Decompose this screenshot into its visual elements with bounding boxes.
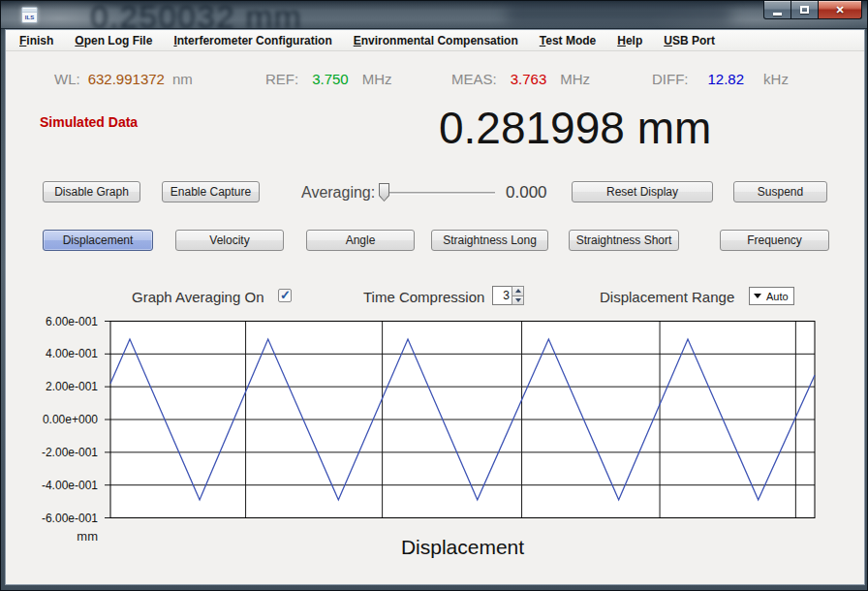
meas-value: 3.763 <box>511 71 547 87</box>
displacement-range-label: Displacement Range <box>600 289 734 305</box>
minimize-icon <box>773 13 782 16</box>
app-icon[interactable]: ILS <box>21 7 38 23</box>
close-button[interactable]: ✕ <box>818 1 862 19</box>
window-controls: ✕ <box>763 1 862 19</box>
suspend-button[interactable]: Suspend <box>733 181 827 202</box>
tab-straightness-long[interactable]: Straightness Long <box>431 230 548 251</box>
reset-display-button[interactable]: Reset Display <box>572 181 713 202</box>
menu-environmental-compensation[interactable]: Environmental Compensation <box>348 32 524 49</box>
tab-frequency[interactable]: Frequency <box>720 230 829 251</box>
time-compression-label: Time Compression <box>363 289 484 305</box>
tab-velocity[interactable]: Velocity <box>175 230 284 251</box>
time-compression-spin-buttons <box>512 286 524 305</box>
meas-unit: MHz <box>560 71 590 87</box>
menu-test-mode[interactable]: Test Mode <box>534 32 602 49</box>
diff-readout: DIFF:12.82kHz <box>652 71 789 87</box>
app-icon-decoration <box>22 9 37 13</box>
tab-displacement[interactable]: Displacement <box>43 230 153 251</box>
displacement-range-dropdown[interactable]: Auto <box>749 287 794 305</box>
spin-up-button[interactable] <box>512 286 524 296</box>
title-bar[interactable]: 0.250032 mm ILS ✕ <box>1 1 868 29</box>
close-icon: ✕ <box>835 4 844 16</box>
app-icon-label: ILS <box>22 15 37 22</box>
graph-averaging-label: Graph Averaging On <box>132 289 264 305</box>
time-compression-value[interactable]: 3 <box>492 286 512 305</box>
arrow-down-icon <box>515 298 521 302</box>
app-window: 0.250032 mm ILS ✕ Finish Open Log File I… <box>0 0 868 591</box>
diff-value: 12.82 <box>708 71 745 87</box>
diff-label: DIFF: <box>652 71 689 87</box>
ref-label: REF: <box>265 71 298 87</box>
averaging-slider-thumb-face <box>380 184 388 201</box>
enable-capture-button[interactable]: Enable Capture <box>162 181 260 202</box>
displacement-chart <box>103 321 817 518</box>
diff-unit: kHz <box>763 71 789 87</box>
spin-down-button[interactable] <box>512 296 524 306</box>
time-compression-spinner: 3 <box>492 286 524 305</box>
simulated-data-label: Simulated Data <box>40 114 138 130</box>
maximize-button[interactable] <box>791 1 818 19</box>
ref-unit: MHz <box>362 71 392 87</box>
averaging-value: 0.000 <box>506 183 547 202</box>
averaging-slider-track[interactable] <box>387 192 495 195</box>
ref-readout: REF:3.750MHz <box>265 71 392 87</box>
meas-label: MEAS: <box>451 71 497 87</box>
arrow-up-icon <box>515 289 521 293</box>
disable-graph-button[interactable]: Disable Graph <box>43 181 140 202</box>
averaging-label: Averaging: <box>301 184 375 202</box>
wavelength-value: 632.991372 <box>88 71 165 87</box>
menu-help[interactable]: Help <box>611 32 648 49</box>
graph-averaging-checkbox[interactable] <box>278 289 292 302</box>
y-axis-unit-label: mm <box>30 529 98 544</box>
displacement-range-value: Auto <box>766 291 789 302</box>
meas-readout: MEAS:3.763MHz <box>451 71 590 87</box>
wavelength-label: WL: <box>54 71 80 87</box>
menu-open-log-file[interactable]: Open Log File <box>69 32 158 49</box>
maximize-icon <box>800 6 809 14</box>
menu-interferometer-configuration[interactable]: Interferometer Configuration <box>168 32 337 49</box>
main-measurement-value: 0.281998 mm <box>439 102 711 154</box>
menu-usb-port[interactable]: USB Port <box>658 32 721 49</box>
tab-straightness-short[interactable]: Straightness Short <box>569 230 679 251</box>
chevron-down-icon <box>754 294 761 298</box>
ghost-smudge <box>505 5 732 24</box>
wavelength-unit: nm <box>172 71 193 87</box>
ref-value: 3.750 <box>312 71 349 87</box>
minimize-button[interactable] <box>763 1 791 19</box>
tab-angle[interactable]: Angle <box>306 230 415 251</box>
chart-title: Displacement <box>110 536 815 559</box>
wavelength-readout: WL:632.991372nm <box>54 71 193 87</box>
menu-finish[interactable]: Finish <box>14 32 59 49</box>
menu-bar: Finish Open Log File Interferometer Conf… <box>6 30 864 51</box>
